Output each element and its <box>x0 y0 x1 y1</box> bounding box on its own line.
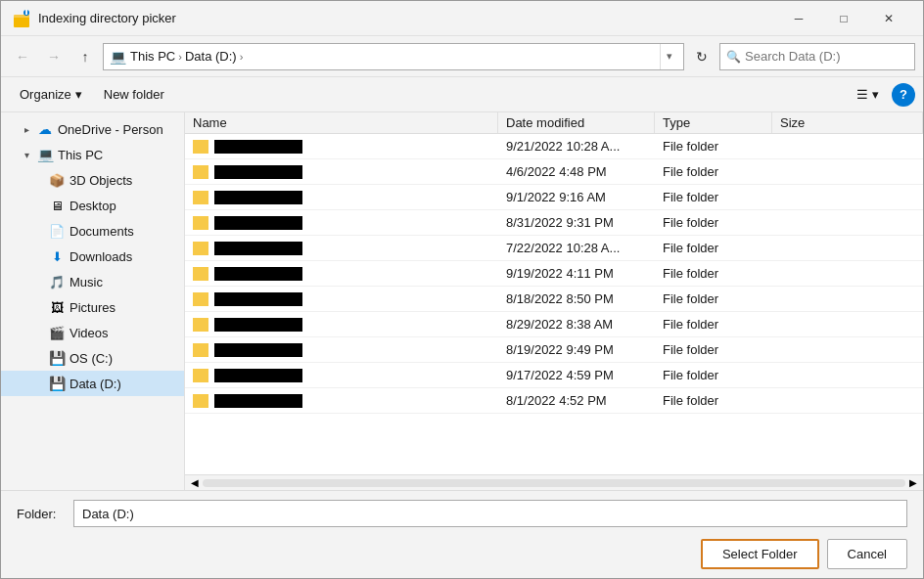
close-button[interactable]: ✕ <box>866 4 911 33</box>
table-row[interactable]: 8/31/2022 9:31 PM File folder <box>185 210 923 236</box>
table-row[interactable]: 8/1/2022 4:52 PM File folder <box>185 388 923 414</box>
redacted-filename <box>214 292 302 306</box>
table-row[interactable]: 9/17/2022 4:59 PM File folder <box>185 363 923 388</box>
scroll-track[interactable] <box>203 479 905 487</box>
new-folder-button[interactable]: New folder <box>93 81 175 109</box>
app-icon: i <box>13 10 30 27</box>
chevron-icon: ▾ <box>21 150 32 160</box>
file-name-cell <box>185 267 498 281</box>
sidebar-item-3dobjects[interactable]: 📦 3D Objects <box>1 167 184 193</box>
sidebar-item-label: OneDrive - Person <box>58 122 163 137</box>
up-button[interactable]: ↑ <box>71 43 99 70</box>
folder-input[interactable] <box>73 500 907 527</box>
svg-text:i: i <box>24 10 28 18</box>
sidebar-item-thispc[interactable]: ▾ 💻 This PC <box>1 142 184 167</box>
window-controls: ─ □ ✕ <box>776 4 911 33</box>
3dobjects-icon: 📦 <box>48 171 66 189</box>
column-header-name[interactable]: Name <box>185 112 498 133</box>
videos-icon: 🎬 <box>48 324 66 341</box>
table-row[interactable]: 8/29/2022 8:38 AM File folder <box>185 312 923 337</box>
file-date-cell: 8/19/2022 9:49 PM <box>498 342 655 357</box>
column-header-size[interactable]: Size <box>772 112 923 133</box>
folder-icon <box>193 369 208 382</box>
sidebar-item-osc[interactable]: 💾 OS (C:) <box>1 345 184 371</box>
folder-icon <box>193 242 208 255</box>
search-box: 🔍 <box>719 43 915 70</box>
file-type-cell: File folder <box>655 291 772 306</box>
file-type-cell: File folder <box>655 393 772 408</box>
chevron-icon: ▸ <box>21 124 32 135</box>
folder-label: Folder: <box>17 507 66 521</box>
table-row[interactable]: 8/19/2022 9:49 PM File folder <box>185 337 923 363</box>
table-row[interactable]: 9/1/2022 9:16 AM File folder <box>185 185 923 210</box>
file-type-cell: File folder <box>655 215 772 230</box>
main-content: ▸ ☁ OneDrive - Person ▾ 💻 This PC 📦 3D O… <box>1 112 923 490</box>
folder-icon <box>193 292 208 306</box>
search-icon: 🔍 <box>726 50 741 64</box>
file-type-cell: File folder <box>655 164 772 179</box>
back-button[interactable]: ← <box>9 43 36 70</box>
scroll-left-button[interactable]: ◀ <box>187 476 203 490</box>
sidebar-item-downloads[interactable]: ⬇ Downloads <box>1 244 184 269</box>
table-row[interactable]: 4/6/2022 4:48 PM File folder <box>185 159 923 185</box>
file-type-cell: File folder <box>655 139 772 154</box>
sidebar-item-pictures[interactable]: 🖼 Pictures <box>1 294 184 320</box>
file-type-cell: File folder <box>655 368 772 382</box>
file-type-cell: File folder <box>655 342 772 357</box>
table-row[interactable]: 7/22/2022 10:28 A... File folder <box>185 236 923 261</box>
sidebar-item-datad[interactable]: 💾 Data (D:) <box>1 371 184 396</box>
column-header-type[interactable]: Type <box>655 112 772 133</box>
cancel-button[interactable]: Cancel <box>827 539 907 569</box>
folder-icon <box>193 318 208 332</box>
title-bar: i Indexing directory picker ─ □ ✕ <box>1 1 923 36</box>
documents-icon: 📄 <box>48 222 66 240</box>
forward-button[interactable]: → <box>40 43 68 70</box>
sidebar-item-music[interactable]: 🎵 Music <box>1 269 184 294</box>
view-button[interactable]: ☰ ▾ <box>846 81 890 109</box>
file-name-cell <box>185 369 498 382</box>
drive-icon: 💾 <box>48 349 66 367</box>
music-icon: 🎵 <box>48 273 66 290</box>
window-title: Indexing directory picker <box>38 11 776 25</box>
sidebar-item-label: This PC <box>58 148 103 162</box>
minimize-button[interactable]: ─ <box>776 4 821 33</box>
file-date-cell: 7/22/2022 10:28 A... <box>498 241 655 255</box>
maximize-button[interactable]: □ <box>821 4 866 33</box>
address-bar[interactable]: 💻 This PC › Data (D:) › ▾ <box>103 43 684 70</box>
file-date-cell: 9/21/2022 10:28 A... <box>498 139 655 154</box>
redacted-filename <box>214 318 302 332</box>
folder-row: Folder: <box>17 500 907 527</box>
sidebar-item-documents[interactable]: 📄 Documents <box>1 218 184 244</box>
file-type-cell: File folder <box>655 241 772 255</box>
search-input[interactable] <box>745 49 908 64</box>
address-dropdown-button[interactable]: ▾ <box>660 44 677 69</box>
organize-button[interactable]: Organize ▾ <box>9 81 93 109</box>
file-list: 9/21/2022 10:28 A... File folder 4/6/202… <box>185 134 923 474</box>
select-folder-button[interactable]: Select Folder <box>701 539 819 569</box>
table-row[interactable]: 9/19/2022 4:11 PM File folder <box>185 261 923 287</box>
sidebar-item-label: Downloads <box>69 249 132 264</box>
drive-icon: 💾 <box>48 375 66 392</box>
sidebar-item-label: Music <box>69 275 103 290</box>
file-date-cell: 8/18/2022 8:50 PM <box>498 291 655 306</box>
help-button[interactable]: ? <box>892 83 915 107</box>
redacted-filename <box>214 216 302 230</box>
pc-icon: 💻 <box>36 146 54 163</box>
dialog-window: i Indexing directory picker ─ □ ✕ ← → ↑ … <box>0 0 924 579</box>
redacted-filename <box>214 343 302 357</box>
scroll-right-button[interactable]: ▶ <box>905 476 921 490</box>
table-row[interactable]: 8/18/2022 8:50 PM File folder <box>185 287 923 312</box>
refresh-button[interactable]: ↻ <box>688 43 716 70</box>
file-name-cell <box>185 242 498 255</box>
view-controls: ☰ ▾ ? <box>846 81 915 109</box>
sidebar-item-videos[interactable]: 🎬 Videos <box>1 320 184 345</box>
address-thispc: This PC › Data (D:) › <box>130 49 243 64</box>
column-header-date[interactable]: Date modified <box>498 112 655 133</box>
table-row[interactable]: 9/21/2022 10:28 A... File folder <box>185 134 923 159</box>
sidebar-item-desktop[interactable]: 🖥 Desktop <box>1 193 184 218</box>
folder-icon <box>193 267 208 281</box>
sidebar-item-label: Documents <box>69 224 134 239</box>
sidebar-item-onedrive[interactable]: ▸ ☁ OneDrive - Person <box>1 116 184 142</box>
file-name-cell <box>185 165 498 179</box>
file-name-cell <box>185 292 498 306</box>
